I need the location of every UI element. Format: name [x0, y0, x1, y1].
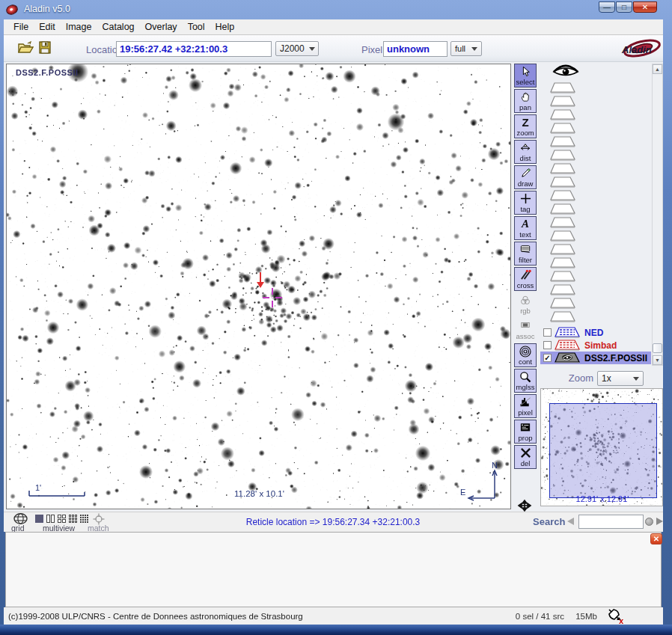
search-next-icon[interactable] — [656, 518, 663, 525]
rgb-icon — [519, 294, 531, 307]
layer-checkbox[interactable] — [543, 328, 552, 337]
tool-dist[interactable]: dist — [514, 140, 537, 164]
tool-pixel[interactable]: pixel — [514, 394, 537, 418]
tool-cont[interactable]: cont — [514, 343, 537, 367]
menu-file[interactable]: File — [8, 20, 34, 34]
stack-layer-dss2-f-possii[interactable]: ✓DSS2.F.POSSII — [540, 352, 651, 364]
location-input[interactable] — [116, 41, 272, 57]
menu-overlay[interactable]: Overlay — [140, 20, 183, 34]
top-toolbar: Location J2000 Pixel full Aladin — [4, 35, 663, 62]
empty-plane-slot — [549, 230, 576, 242]
menu-edit[interactable]: Edit — [34, 20, 61, 34]
reticle-crosshair-icon — [263, 288, 282, 307]
dist-icon — [519, 141, 531, 154]
pixel-mode-select[interactable]: full — [450, 41, 482, 56]
title-bar[interactable]: Aladin v5.0 — □ ✕ — [0, 0, 672, 19]
scrollbar-thumb[interactable] — [653, 343, 662, 353]
multiview-2-icon[interactable] — [46, 515, 55, 523]
multiview-9-icon[interactable] — [69, 515, 77, 523]
multiview-4-icon[interactable] — [58, 515, 66, 523]
search-prev-icon[interactable] — [567, 518, 574, 525]
chevron-down-icon — [471, 47, 477, 51]
tool-filter[interactable]: filter — [514, 242, 537, 266]
main-region: DSS2.F.POSSII — [4, 62, 663, 512]
empty-plane-slot — [549, 244, 576, 255]
menu-tool[interactable]: Tool — [183, 20, 210, 34]
tool-mglss[interactable]: mglss — [514, 369, 537, 393]
panel-close-icon[interactable]: ✕ — [650, 533, 662, 544]
tool-label: pixel — [518, 408, 533, 417]
window-bottom-border — [0, 625, 672, 635]
draw-icon — [520, 167, 531, 180]
multiview-16-icon[interactable] — [80, 515, 88, 523]
empty-plane-slot — [549, 190, 576, 201]
frame-select[interactable]: J2000 — [275, 41, 319, 56]
multiview-icons — [35, 514, 88, 524]
chevron-down-icon — [633, 377, 639, 381]
empty-plane-slot — [549, 271, 576, 282]
stack-layer-ned[interactable]: NED — [540, 326, 651, 339]
minimize-button[interactable]: — — [599, 1, 615, 13]
pixel-input[interactable] — [383, 41, 448, 57]
menu-help[interactable]: Help — [210, 20, 240, 34]
compass-north-label: N — [492, 461, 498, 470]
layer-type-icon — [554, 352, 581, 363]
tool-label: cross — [517, 281, 534, 289]
search-input[interactable] — [578, 515, 644, 529]
chevron-down-icon — [309, 47, 315, 51]
maximize-button[interactable]: □ — [616, 1, 632, 13]
tool-assoc: assoc — [514, 318, 537, 342]
tool-label: draw — [518, 180, 534, 188]
tool-tag[interactable]: tag — [514, 191, 537, 215]
stack-layer-simbad[interactable]: Simbad — [540, 339, 651, 352]
filter-icon — [519, 243, 531, 256]
sky-view[interactable]: DSS2.F.POSSII — [6, 64, 511, 509]
tool-del[interactable]: del — [514, 445, 537, 469]
mglss-icon — [519, 370, 531, 383]
zoom-thumbnail[interactable]: 12.91' x 12.91' — [540, 388, 663, 506]
svg-text:Aladin: Aladin — [621, 44, 652, 55]
scroll-down-icon[interactable]: ▼ — [653, 355, 662, 365]
tool-label: cont — [519, 358, 532, 366]
move-handle-icon[interactable] — [516, 498, 533, 513]
pixel-mode-value: full — [455, 44, 465, 53]
layer-checkbox[interactable]: ✓ — [543, 354, 552, 362]
measurement-panel: ✕ — [5, 532, 662, 607]
tool-select[interactable]: select — [514, 64, 537, 88]
menu-catalog[interactable]: Catalog — [97, 20, 139, 34]
tool-label: zoom — [516, 129, 534, 137]
tool-text[interactable]: Atext — [514, 216, 537, 240]
close-button[interactable]: ✕ — [633, 1, 657, 13]
empty-plane-slot — [549, 109, 576, 120]
stack-scrollbar[interactable]: ▲ ▼ — [652, 64, 663, 366]
layer-checkbox[interactable] — [543, 341, 552, 349]
network-antenna-icon[interactable]: x — [606, 608, 627, 625]
multiview-1-icon[interactable] — [35, 515, 43, 523]
search-label: Search — [533, 516, 565, 527]
tool-label: del — [521, 459, 531, 467]
selection-count: 0 sel / 41 src — [516, 612, 564, 621]
tool-prop[interactable]: prop — [514, 420, 537, 444]
search-go-icon[interactable] — [645, 518, 653, 526]
tool-zoom[interactable]: Zzoom — [514, 114, 537, 138]
tool-draw[interactable]: draw — [514, 165, 537, 189]
save-icon[interactable] — [39, 41, 51, 54]
empty-plane-slot — [549, 82, 576, 93]
empty-plane-slot — [549, 217, 576, 228]
tool-label: text — [519, 230, 531, 239]
tool-label: pan — [519, 103, 531, 111]
menu-bar: FileEditImageCatalogOverlayToolHelp — [4, 19, 663, 35]
layer-label: Simbad — [584, 340, 617, 351]
tool-pan[interactable]: pan — [514, 89, 537, 113]
layer-label: NED — [584, 328, 603, 338]
open-file-icon[interactable] — [17, 41, 34, 55]
marker-arrow-icon — [257, 272, 264, 288]
menu-image[interactable]: Image — [61, 20, 97, 34]
grid-globe-icon[interactable] — [13, 513, 28, 524]
prop-icon — [519, 421, 531, 434]
thumbnail-view-rect[interactable] — [549, 403, 657, 498]
zoom-select[interactable]: 1x — [597, 371, 644, 386]
tool-cross[interactable]: cross — [514, 267, 537, 291]
select-icon — [520, 65, 531, 78]
scroll-up-icon[interactable]: ▲ — [653, 64, 662, 74]
